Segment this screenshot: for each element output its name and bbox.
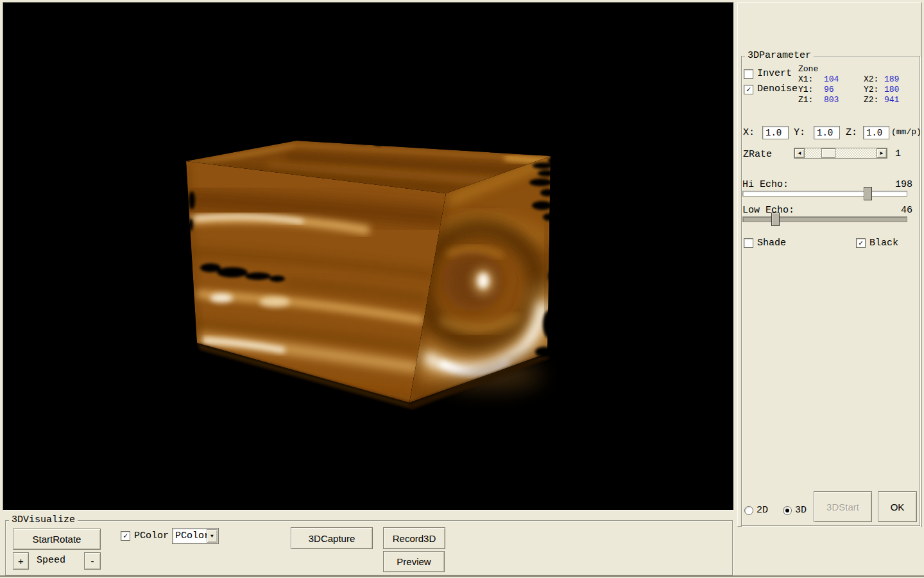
- zone-z2-value: 941: [884, 95, 899, 105]
- parameter-groupbox-title: 3DParameter: [745, 50, 814, 62]
- check-icon: ✓: [746, 86, 751, 94]
- zone-x2-label: X2:: [864, 74, 878, 84]
- z-scale-label: Z:: [846, 128, 857, 138]
- hi-echo-slider[interactable]: [742, 191, 907, 197]
- zrate-scrollbar[interactable]: ◄ ►: [794, 148, 887, 159]
- shade-checkbox[interactable]: [744, 238, 753, 248]
- zone-title: Zone: [798, 64, 818, 74]
- parameter-groupbox: 3DParameter Invert ✓ Denoise Zone X1: 10…: [741, 56, 920, 526]
- denoise-checkbox[interactable]: ✓: [744, 85, 753, 94]
- parameter-panel: 3DParameter Invert ✓ Denoise Zone X1: 10…: [737, 2, 922, 527]
- zone-z1-label: Z1:: [798, 95, 813, 105]
- pcolor-select-dropdown-button[interactable]: ▼: [207, 529, 218, 543]
- zone-x1-value: 104: [824, 74, 839, 84]
- start-rotate-button[interactable]: StartRotate: [13, 529, 101, 550]
- check-icon: ✓: [859, 240, 863, 247]
- y-scale-label: Y:: [794, 128, 805, 138]
- y-scale-input[interactable]: [814, 126, 840, 139]
- zone-y1-value: 96: [824, 85, 834, 94]
- low-echo-value: 46: [889, 206, 912, 216]
- mode-2d-radio[interactable]: [744, 506, 753, 515]
- speed-minus-button[interactable]: -: [84, 552, 101, 570]
- speed-plus-button[interactable]: +: [13, 552, 29, 570]
- low-echo-slider[interactable]: [742, 216, 907, 222]
- mode-3d-radio[interactable]: [783, 506, 792, 515]
- hi-echo-value: 198: [889, 180, 912, 190]
- black-checkbox[interactable]: ✓: [856, 238, 866, 248]
- scale-unit-label: (mm/p): [891, 127, 921, 137]
- left-arrow-icon: ◄: [798, 151, 801, 156]
- chevron-down-icon: ▼: [210, 533, 214, 539]
- zone-y2-value: 180: [884, 85, 899, 94]
- render-viewport[interactable]: [3, 2, 734, 511]
- app-window: 3DParameter Invert ✓ Denoise Zone X1: 10…: [0, 0, 924, 578]
- zrate-left-arrow-button[interactable]: ◄: [794, 148, 805, 158]
- invert-checkbox[interactable]: [744, 69, 753, 79]
- x-scale-label: X:: [743, 128, 755, 138]
- zone-y1-label: Y1:: [798, 85, 813, 94]
- zrate-value: 1: [895, 149, 901, 159]
- zone-x2-value: 189: [884, 74, 899, 84]
- radio-dot: [785, 509, 789, 512]
- hi-echo-label: Hi Echo:: [742, 180, 789, 190]
- denoise-label: Denoise: [757, 84, 798, 94]
- visualize-groupbox-title: 3DVisualize: [9, 514, 78, 526]
- x-scale-input[interactable]: [762, 126, 789, 139]
- zrate-label: ZRate: [743, 150, 772, 160]
- zone-z2-label: Z2:: [864, 95, 878, 105]
- black-label: Black: [869, 238, 898, 249]
- zone-y2-label: Y2:: [864, 85, 878, 94]
- record3d-button[interactable]: Record3D: [383, 527, 445, 549]
- mode-2d-label: 2D: [757, 505, 768, 516]
- zrate-thumb[interactable]: [821, 148, 835, 158]
- right-arrow-icon: ►: [880, 151, 884, 156]
- visualize-groupbox: 3DVisualize StartRotate + Speed - ✓ PCol…: [5, 520, 733, 575]
- start3d-button[interactable]: 3DStart: [814, 491, 872, 522]
- check-icon: ✓: [123, 532, 128, 540]
- shade-label: Shade: [757, 238, 786, 249]
- pcolor-label: PColor: [134, 531, 169, 541]
- ok-button[interactable]: OK: [878, 491, 917, 522]
- z-scale-input[interactable]: [863, 126, 889, 139]
- mode-3d-label: 3D: [795, 505, 807, 516]
- low-echo-thumb[interactable]: [771, 213, 780, 226]
- speed-label: Speed: [37, 556, 65, 566]
- pcolor-checkbox[interactable]: ✓: [121, 531, 130, 541]
- zone-x1-label: X1:: [798, 74, 813, 84]
- capture3d-button[interactable]: 3DCapture: [291, 527, 373, 549]
- zrate-right-arrow-button[interactable]: ►: [877, 148, 887, 158]
- zone-z1-value: 803: [824, 95, 839, 105]
- pcolor-select-value: PColor: [175, 530, 210, 541]
- window-bottom-edge: [0, 575, 924, 577]
- preview-button[interactable]: Preview: [383, 551, 445, 572]
- low-echo-label: Low Echo:: [742, 206, 794, 216]
- volume-render-3d[interactable]: [3, 3, 733, 510]
- invert-label: Invert: [757, 69, 792, 79]
- pcolor-select[interactable]: PColor ▼: [172, 528, 219, 544]
- hi-echo-thumb[interactable]: [864, 187, 872, 200]
